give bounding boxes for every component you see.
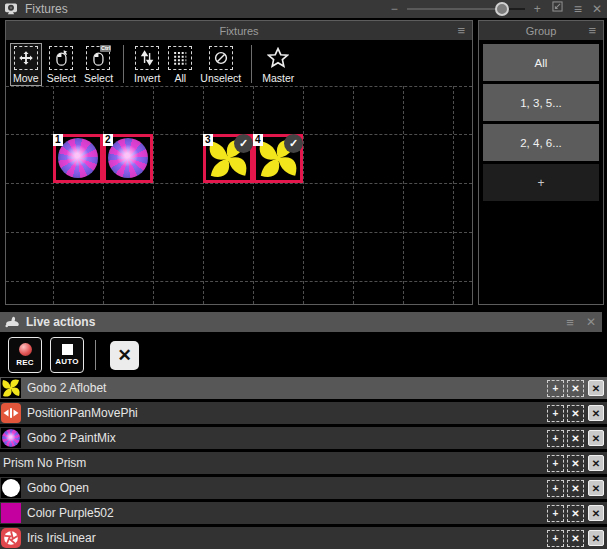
live-actions-toolbar: REC AUTO ✕	[0, 334, 607, 376]
live-action-row[interactable]: Iris IrisLinear + ✕ ✕	[0, 527, 607, 549]
remove-action-button[interactable]: ✕	[567, 530, 584, 547]
zoom-in-button[interactable]: +	[529, 0, 546, 18]
zoom-slider-knob[interactable]	[495, 2, 509, 16]
mouse-ctrl-select-icon: Ctrl	[86, 46, 110, 70]
fixture-tile[interactable]: 2	[103, 134, 153, 183]
group-panel-title: Group	[526, 25, 557, 37]
live-action-row[interactable]: Prism No Prism + ✕ ✕	[0, 452, 607, 474]
purple-swirl-gobo-icon	[108, 138, 148, 178]
live-actions-title: Live actions	[26, 315, 95, 329]
delete-action-button[interactable]: ✕	[588, 380, 604, 396]
fixture-number: 2	[103, 134, 113, 146]
fixtures-panel: Fixtures ≡ Move	[5, 20, 473, 305]
magenta-color-swatch-icon	[1, 503, 21, 523]
zoom-slider[interactable]	[407, 0, 525, 18]
add-action-button[interactable]: +	[547, 405, 564, 422]
action-label: Gobo 2 PaintMix	[27, 431, 116, 445]
fixture-tile[interactable]: 1	[53, 134, 103, 183]
fixture-number: 1	[53, 134, 63, 146]
window-title: Fixtures	[25, 2, 68, 16]
purple-swirl-gobo-icon	[58, 138, 98, 178]
check-icon: ✓	[234, 134, 253, 153]
delete-action-button[interactable]: ✕	[588, 505, 604, 521]
auto-button[interactable]: AUTO	[50, 337, 84, 373]
action-label: Prism No Prism	[3, 456, 86, 470]
remove-action-button[interactable]: ✕	[567, 480, 584, 497]
remove-action-button[interactable]: ✕	[567, 380, 584, 397]
live-actions-list: Gobo 2 Aflobet + ✕ ✕ PositionPanMovePhi …	[0, 377, 607, 549]
toolbar-divider	[123, 45, 124, 83]
delete-action-button[interactable]: ✕	[588, 530, 604, 546]
rabbit-icon	[4, 315, 21, 330]
action-label: Gobo Open	[27, 481, 89, 495]
invert-selection-icon	[135, 46, 159, 70]
popout-icon[interactable]	[546, 0, 569, 18]
ctrl-select-button[interactable]: Ctrl Select	[81, 43, 116, 86]
zoom-out-button[interactable]: −	[386, 0, 403, 18]
delete-action-button[interactable]: ✕	[588, 480, 604, 496]
fixture-grid[interactable]: 1 2 3 ✓ 4 ✓	[6, 86, 472, 304]
live-action-row[interactable]: Color Purple502 + ✕ ✕	[0, 502, 607, 524]
zoom-slider-fill	[407, 8, 500, 10]
fixture-tile[interactable]: 3 ✓	[203, 134, 253, 183]
add-action-button[interactable]: +	[547, 430, 564, 447]
master-button[interactable]: Master	[259, 43, 297, 86]
fixtures-panel-title: Fixtures	[219, 25, 258, 37]
group-button-even[interactable]: 2, 4, 6...	[483, 124, 599, 161]
live-actions-close-button[interactable]: ✕	[580, 315, 602, 329]
remove-action-button[interactable]: ✕	[567, 455, 584, 472]
live-action-row[interactable]: PositionPanMovePhi + ✕ ✕	[0, 402, 607, 424]
purple-swirl-gobo-icon	[1, 428, 21, 448]
auto-icon	[62, 344, 73, 355]
remove-action-button[interactable]: ✕	[567, 430, 584, 447]
delete-action-button[interactable]: ✕	[588, 430, 604, 446]
invert-selection-button[interactable]: Invert	[131, 43, 163, 86]
live-action-row[interactable]: Gobo 2 Aflobet + ✕ ✕	[0, 377, 607, 399]
open-gobo-icon	[1, 478, 21, 498]
master-star-icon	[266, 46, 290, 70]
add-group-button[interactable]: +	[483, 164, 599, 201]
record-icon	[19, 343, 32, 356]
toolbar-divider	[95, 340, 96, 370]
group-button-odd[interactable]: 1, 3, 5...	[483, 84, 599, 121]
iris-icon	[1, 528, 21, 548]
live-actions-controls: ≡ ✕	[560, 315, 602, 330]
mouse-select-icon	[49, 46, 73, 70]
window-menu-button[interactable]: ≡	[569, 0, 587, 18]
remove-action-button[interactable]: ✕	[567, 505, 584, 522]
live-actions-titlebar: Live actions ≡ ✕	[0, 312, 602, 332]
fixture-number: 3	[203, 134, 213, 146]
add-action-button[interactable]: +	[547, 480, 564, 497]
toolbar-divider	[251, 45, 252, 83]
move-button[interactable]: Move	[10, 43, 42, 86]
fixtures-panel-menu-button[interactable]: ≡	[457, 21, 465, 40]
group-button-all[interactable]: All	[483, 44, 599, 81]
app-window: Fixtures − + ≡ ✕ Fixtures ≡	[0, 0, 607, 549]
add-action-button[interactable]: +	[547, 380, 564, 397]
clear-all-actions-button[interactable]: ✕	[110, 341, 139, 370]
group-panel-header: Group ≡	[479, 21, 603, 40]
select-all-button[interactable]: All	[165, 43, 195, 86]
action-label: PositionPanMovePhi	[27, 406, 138, 420]
group-panel-menu-button[interactable]: ≡	[588, 21, 596, 40]
ctrl-badge: Ctrl	[100, 45, 111, 52]
add-action-button[interactable]: +	[547, 530, 564, 547]
live-action-row[interactable]: Gobo 2 PaintMix + ✕ ✕	[0, 427, 607, 449]
add-action-button[interactable]: +	[547, 455, 564, 472]
delete-action-button[interactable]: ✕	[588, 455, 604, 471]
fixtures-toolbar: Move Select Ctrl	[6, 40, 472, 86]
unselect-button[interactable]: Unselect	[197, 43, 244, 86]
record-button[interactable]: REC	[8, 337, 42, 373]
remove-action-button[interactable]: ✕	[567, 405, 584, 422]
action-label: Color Purple502	[27, 506, 114, 520]
delete-action-button[interactable]: ✕	[588, 405, 604, 421]
action-label: Gobo 2 Aflobet	[27, 381, 106, 395]
live-actions-menu-button[interactable]: ≡	[560, 315, 580, 330]
select-button[interactable]: Select	[44, 43, 79, 86]
add-action-button[interactable]: +	[547, 505, 564, 522]
fixture-tile[interactable]: 4 ✓	[253, 134, 303, 183]
window-close-button[interactable]: ✕	[587, 0, 607, 18]
live-action-row[interactable]: Gobo Open + ✕ ✕	[0, 477, 607, 499]
fixture-app-icon	[3, 1, 19, 17]
move-icon	[14, 46, 38, 70]
